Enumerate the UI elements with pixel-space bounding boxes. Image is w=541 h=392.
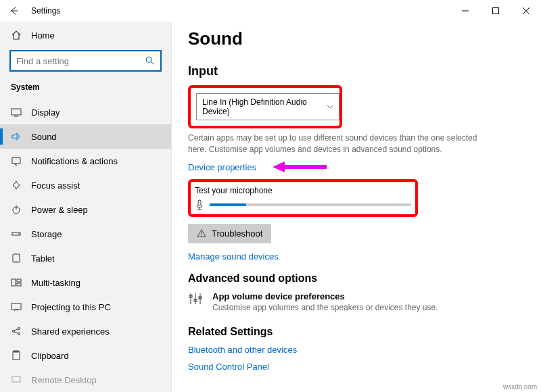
- microphone-icon: [195, 199, 204, 210]
- test-mic-label: Test your microphone: [195, 186, 411, 195]
- sidebar-item-label: Shared experiences: [31, 326, 110, 337]
- svg-rect-18: [17, 283, 21, 286]
- warning-icon: [197, 228, 206, 238]
- sidebar-item-label: Projecting to this PC: [31, 302, 111, 312]
- window-title: Settings: [31, 6, 60, 16]
- sidebar-item-label: Sound: [31, 132, 57, 142]
- sidebar-item-tablet[interactable]: Tablet: [0, 246, 171, 270]
- sidebar-item-label: Remote Desktop: [31, 375, 97, 385]
- display-icon: [11, 107, 22, 118]
- svg-point-5: [146, 57, 151, 62]
- back-button[interactable]: [8, 5, 19, 16]
- sidebar-item-shared[interactable]: Shared experiences: [0, 319, 171, 343]
- svg-rect-16: [11, 279, 16, 286]
- power-icon: [11, 204, 22, 215]
- sidebar-item-remote[interactable]: Remote Desktop: [0, 368, 171, 392]
- shared-icon: [11, 326, 22, 337]
- close-button[interactable]: [511, 0, 541, 22]
- remote-icon: [11, 374, 22, 385]
- svg-point-13: [18, 233, 20, 235]
- mic-level-fill: [210, 203, 246, 206]
- notification-icon: [11, 155, 22, 166]
- manage-devices-link[interactable]: Manage sound devices: [188, 251, 279, 262]
- sidebar-item-label: Notifications & actions: [31, 156, 118, 166]
- input-hint: Certain apps may be set up to use differ…: [188, 132, 479, 155]
- related-link-sound-panel[interactable]: Sound Control Panel: [188, 362, 269, 372]
- home-icon: [11, 30, 22, 41]
- sliders-icon: [188, 291, 203, 306]
- svg-point-15: [16, 260, 16, 261]
- sidebar-item-label: Focus assist: [31, 180, 80, 191]
- maximize-button[interactable]: [480, 0, 511, 22]
- search-field[interactable]: [16, 56, 145, 66]
- chevron-down-icon: [327, 103, 333, 110]
- clipboard-icon: [11, 350, 22, 361]
- sidebar-item-display[interactable]: Display: [0, 100, 171, 124]
- tablet-icon: [11, 253, 22, 264]
- annotation-highlight-mic: Test your microphone: [188, 179, 418, 217]
- sidebar-item-power[interactable]: Power & sleep: [0, 197, 171, 222]
- search-input[interactable]: [9, 50, 162, 72]
- storage-icon: [11, 228, 22, 239]
- sidebar-item-label: Multi-tasking: [31, 278, 80, 288]
- sidebar-item-label: Tablet: [31, 253, 55, 264]
- page-title: Sound: [188, 28, 525, 49]
- troubleshoot-label: Troubleshoot: [212, 228, 262, 239]
- svg-rect-9: [12, 157, 20, 164]
- multitask-icon: [11, 277, 22, 288]
- svg-line-6: [151, 62, 154, 65]
- sidebar-item-label: Storage: [31, 229, 62, 239]
- sidebar-item-multitasking[interactable]: Multi-tasking: [0, 270, 171, 295]
- related-link-bluetooth[interactable]: Bluetooth and other devices: [188, 345, 297, 355]
- svg-point-32: [201, 235, 202, 236]
- home-nav[interactable]: Home: [0, 24, 171, 47]
- mic-level-bar: [210, 203, 411, 206]
- sidebar-item-label: Display: [31, 107, 60, 118]
- sidebar-item-sound[interactable]: Sound: [0, 124, 171, 149]
- input-heading: Input: [188, 64, 525, 78]
- watermark: wsxdn.com: [503, 383, 537, 391]
- sound-icon: [11, 131, 22, 142]
- sidebar-item-notifications[interactable]: Notifications & actions: [0, 149, 171, 173]
- svg-line-24: [14, 332, 18, 334]
- dropdown-selected: Line In (High Definition Audio Device): [202, 97, 327, 116]
- sidebar-item-clipboard[interactable]: Clipboard: [0, 343, 171, 368]
- svg-rect-25: [13, 351, 20, 360]
- input-device-dropdown[interactable]: Line In (High Definition Audio Device): [196, 93, 339, 120]
- annotation-highlight-device: Line In (High Definition Audio Device): [188, 85, 342, 128]
- search-icon: [145, 56, 155, 66]
- svg-line-23: [14, 329, 18, 331]
- home-label: Home: [31, 30, 55, 41]
- svg-rect-2: [492, 8, 498, 14]
- svg-rect-7: [11, 109, 21, 115]
- sidebar-item-projecting[interactable]: Projecting to this PC: [0, 295, 171, 319]
- svg-rect-28: [198, 200, 201, 205]
- minimize-button[interactable]: [450, 0, 480, 22]
- sidebar-item-label: Power & sleep: [31, 205, 88, 215]
- sidebar-item-label: Clipboard: [31, 351, 69, 361]
- sidebar-item-focus-assist[interactable]: Focus assist: [0, 173, 171, 197]
- category-label: System: [0, 80, 171, 100]
- adv-sub: Customise app volumes and the speakers o…: [212, 303, 438, 312]
- app-volume-row[interactable]: App volume device preferences Customise …: [188, 291, 525, 312]
- advanced-heading: Advanced sound options: [188, 272, 525, 285]
- content-pane: Sound Input Line In (High Definition Aud…: [172, 22, 541, 392]
- related-heading: Related Settings: [188, 326, 525, 338]
- svg-rect-27: [12, 376, 20, 382]
- troubleshoot-button[interactable]: Troubleshoot: [188, 224, 271, 243]
- sidebar: Home System Display Sound Notifications …: [0, 22, 172, 392]
- projecting-icon: [11, 301, 22, 312]
- focus-icon: [11, 180, 22, 191]
- device-properties-link[interactable]: Device properties: [188, 162, 256, 172]
- adv-title: App volume device preferences: [212, 291, 438, 301]
- svg-rect-17: [17, 279, 21, 282]
- sidebar-item-storage[interactable]: Storage: [0, 222, 171, 246]
- annotation-arrow: [273, 162, 327, 172]
